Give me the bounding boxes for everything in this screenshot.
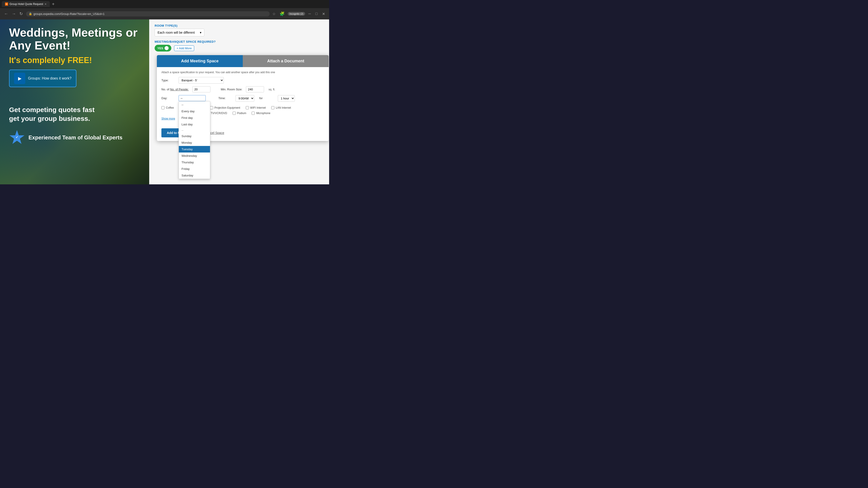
tab-attach-document[interactable]: Attach a Document [243,55,329,67]
day-option-every-day[interactable]: Every day [179,108,210,115]
time-select[interactable]: 9:00AM [236,95,254,102]
nav-buttons: ← → ↻ [3,10,24,17]
day-select-container: -- -- Every day First day Last day -- Su… [179,95,206,101]
type-select[interactable]: Banquet - 5' [179,77,224,84]
bookmark-icon[interactable]: ☆ [272,12,276,16]
close-btn[interactable]: ✕ [321,11,327,17]
yes-label: YES [157,46,163,50]
tab-favicon: G [5,2,8,6]
day-time-row: Day: -- -- Every day First day Last day … [161,95,324,102]
day-select[interactable]: -- [179,95,206,101]
day-label: Day: [161,96,175,100]
checkbox-wifi[interactable]: WIFI Internet [246,106,266,109]
video-button[interactable]: ▶ Groups: How does it work? [9,70,76,87]
video-label: Groups: How does it work? [28,76,71,80]
people-label: No. of No. of People: [161,88,189,91]
hero-free-text: It's completely FREE! [9,56,140,65]
day-option-last-day[interactable]: Last day [179,121,210,128]
new-tab-btn[interactable]: + [51,2,56,7]
day-option-placeholder[interactable]: -- [179,101,210,108]
meeting-space-modal: Add Meeting Space Attach a Document Atta… [157,55,329,141]
checkbox-podium[interactable]: Podium [232,111,246,115]
podium-checkbox[interactable] [232,111,236,115]
modal-body: Attach a space specification to your req… [157,67,329,126]
lock-icon: 🔒 [29,12,32,15]
microphone-checkbox[interactable] [252,111,255,115]
meeting-toggle-row: YES + Add More [155,45,324,52]
address-input[interactable] [33,12,267,15]
hero-bottom-text: Get competing quotes fast get your group… [9,105,140,123]
toggle-circle [164,46,168,50]
tab-add-meeting-space[interactable]: Add Meeting Space [157,55,243,67]
projection-checkbox[interactable] [210,106,213,109]
checkbox-microphone[interactable]: Microphone [252,111,270,115]
day-dropdown[interactable]: -- Every day First day Last day -- Sunda… [179,101,210,179]
day-option-wednesday[interactable]: Wednesday [179,153,210,159]
day-option-monday[interactable]: Monday [179,139,210,146]
hero-title: Weddings, Meetings or Any Event! [9,26,140,52]
svg-text:✓: ✓ [16,135,18,139]
meeting-label: MEETING/BANQUET SPACE REQUIRED? [155,40,324,43]
day-separator: -- [179,128,210,133]
lan-checkbox[interactable] [271,106,274,109]
checkbox-projection[interactable]: Projection Equipment [210,106,240,109]
people-room-row: No. of No. of People: Min. Room Size: sq… [161,86,324,92]
badge-icon: ✓ [9,130,25,145]
day-option-sunday[interactable]: Sunday [179,133,210,139]
yes-toggle[interactable]: YES [155,45,171,52]
tab-bar: G Group Hotel Quote Request ✕ + [0,0,329,8]
badge-text: Experienced Team of Global Experts [29,134,123,141]
sq-ft-label: sq. ft. [269,88,275,91]
incognito-badge: Incognito (2) [288,12,305,15]
type-label: Type: [161,78,175,82]
room-size-input[interactable] [246,86,264,92]
people-underline: No. of People: [170,88,188,91]
right-panel: ROOM TYPE(S) Each room will be different… [149,20,329,184]
minimize-btn[interactable]: ─ [307,11,312,17]
checkbox-lan[interactable]: LAN Internet [271,106,291,109]
hero-section: Weddings, Meetings or Any Event! It's co… [0,20,149,184]
modal-tabs: Add Meeting Space Attach a Document [157,55,329,67]
forward-btn[interactable]: → [10,11,17,17]
day-option-first-day[interactable]: First day [179,115,210,121]
meeting-section: MEETING/BANQUET SPACE REQUIRED? YES + Ad… [155,40,324,52]
day-option-tuesday[interactable]: Tuesday [179,146,210,153]
chevron-down-icon: ▾ [200,31,202,34]
address-bar-container[interactable]: 🔒 [26,11,270,17]
coffee-checkbox[interactable] [161,106,164,109]
window-controls: ─ □ ✕ [307,11,327,17]
wifi-checkbox[interactable] [246,106,249,109]
maximize-btn[interactable]: □ [314,11,319,17]
day-option-friday[interactable]: Friday [179,166,210,172]
modal-description: Attach a space specification to your req… [161,71,324,74]
type-row: Type: Banquet - 5' [161,77,324,84]
room-type-label: ROOM TYPE(S) [155,24,324,27]
room-type-value: Each room will be different [158,31,195,34]
add-more-btn[interactable]: + Add More [174,45,194,51]
reload-btn[interactable]: ↻ [18,10,24,17]
room-type-select[interactable]: Each room will be different ▾ [155,29,204,36]
back-btn[interactable]: ← [3,11,9,17]
extensions-btn[interactable]: 🧩 [278,10,286,17]
browser-chrome: ← → ↻ 🔒 ☆ 🧩 Incognito (2) ─ □ ✕ [0,8,329,20]
hero-content: Weddings, Meetings or Any Event! It's co… [9,26,140,145]
room-size-label: Min. Room Size: [221,88,242,91]
main-content: Weddings, Meetings or Any Event! It's co… [0,20,329,184]
room-type-section: ROOM TYPE(S) Each room will be different… [155,24,324,36]
active-tab[interactable]: G Group Hotel Quote Request ✕ [2,1,50,7]
for-label: for [259,96,273,100]
tab-close-btn[interactable]: ✕ [44,3,46,6]
day-option-saturday[interactable]: Saturday [179,172,210,179]
time-label: Time: [218,96,232,100]
duration-select[interactable]: 1 hour [278,95,295,102]
people-input[interactable] [192,86,211,92]
day-option-thursday[interactable]: Thursday [179,159,210,166]
tab-title: Group Hotel Quote Request [9,2,43,6]
checkbox-coffee[interactable]: Coffee [161,106,174,109]
play-icon: ▶ [14,73,25,84]
hero-badge-section: ✓ Experienced Team of Global Experts [9,130,140,145]
